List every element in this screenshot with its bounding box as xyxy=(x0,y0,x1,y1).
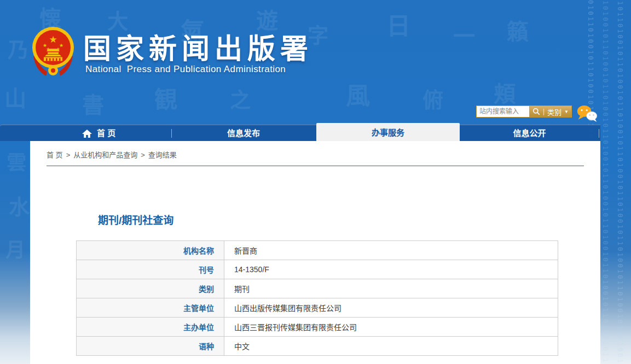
search-icon[interactable] xyxy=(532,108,540,115)
table-row: 主办单位 山西三晋报刊传媒集团有限责任公司 xyxy=(77,318,558,337)
page-title: 期刊/期刊社查询 xyxy=(98,212,600,227)
row-label: 刊号 xyxy=(77,260,224,279)
row-value: 期刊 xyxy=(224,279,558,298)
content-panel: 首 页>从业机构和产品查询>查询结果 期刊/期刊社查询 机构名称 新晋商 刊号 … xyxy=(30,141,600,364)
nav-info-public[interactable]: 信息公开 xyxy=(462,125,597,142)
row-value: 山西出版传媒集团有限责任公司 xyxy=(224,298,558,318)
row-label: 类别 xyxy=(77,279,224,298)
row-label: 主管单位 xyxy=(77,298,224,318)
search-divider: | xyxy=(543,108,545,115)
breadcrumb-query[interactable]: 从业机构和产品查询 xyxy=(73,151,137,159)
breadcrumb-current: 查询结果 xyxy=(148,151,177,159)
caret-down-icon[interactable]: ▼ xyxy=(564,109,569,114)
search-input[interactable] xyxy=(476,105,529,118)
nav-home[interactable]: 首 页 xyxy=(82,125,115,142)
nav-divider xyxy=(171,129,172,138)
row-value: 中文 xyxy=(224,337,558,356)
row-label: 语种 xyxy=(77,337,224,356)
nav-services-active-tab[interactable]: 办事服务 xyxy=(316,123,460,142)
row-label: 主办单位 xyxy=(77,318,224,337)
home-icon xyxy=(82,130,92,138)
table-row: 主管单位 山西出版传媒集团有限责任公司 xyxy=(77,298,558,318)
row-label: 机构名称 xyxy=(77,241,224,260)
row-value: 新晋商 xyxy=(224,241,558,260)
site-search-bar: | 类别 ▼ xyxy=(476,105,572,118)
wechat-icon[interactable] xyxy=(576,104,598,122)
site-header: ★ ★ ★ ★ ★ 国家新闻出版署 National Press and Pub… xyxy=(0,0,631,125)
site-subtitle-en: National Press and Publication Administr… xyxy=(85,64,286,75)
svg-text:★: ★ xyxy=(49,34,57,45)
category-dropdown[interactable]: 类别 xyxy=(547,107,561,117)
table-row: 语种 中文 xyxy=(77,337,558,356)
main-navigation: 首 页 信息发布 办事服务 信息公开 xyxy=(0,125,600,141)
nav-home-label: 首 页 xyxy=(97,125,115,142)
breadcrumb-separator: > xyxy=(66,151,71,159)
row-value: 14-1350/F xyxy=(224,260,558,279)
national-emblem: ★ ★ ★ ★ ★ xyxy=(31,25,75,78)
nav-divider xyxy=(599,129,599,138)
search-actions[interactable]: | 类别 ▼ xyxy=(529,105,572,118)
breadcrumb-separator: > xyxy=(141,151,145,159)
row-value: 山西三晋报刊传媒集团有限责任公司 xyxy=(224,318,558,337)
nav-info-release[interactable]: 信息发布 xyxy=(186,125,301,142)
breadcrumb-home[interactable]: 首 页 xyxy=(47,151,63,159)
table-row: 类别 期刊 xyxy=(77,279,558,298)
table-row: 机构名称 新晋商 xyxy=(77,241,558,260)
breadcrumb: 首 页>从业机构和产品查询>查询结果 xyxy=(47,141,584,166)
site-title: 国家新闻出版署 xyxy=(83,26,313,67)
query-result-table: 机构名称 新晋商 刊号 14-1350/F 类别 期刊 主管单位 山西出版传媒集… xyxy=(76,240,558,356)
table-row: 刊号 14-1350/F xyxy=(77,260,558,279)
